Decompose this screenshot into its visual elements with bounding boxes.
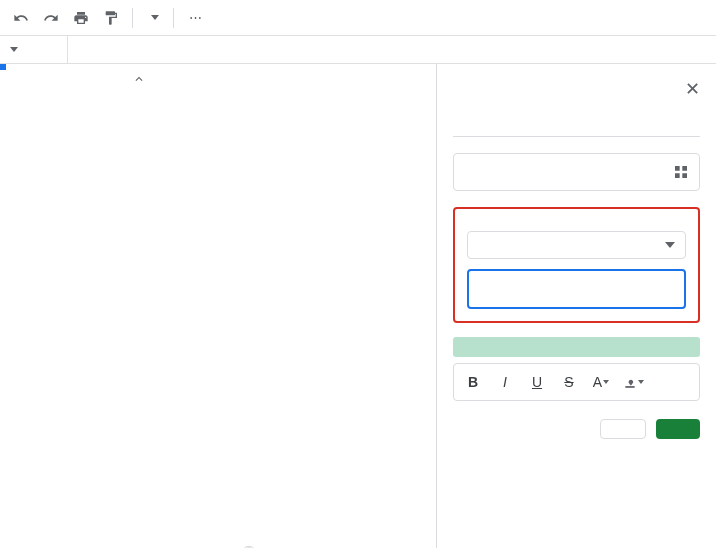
bold-button[interactable]: B bbox=[458, 368, 488, 396]
separator bbox=[173, 8, 174, 28]
more-button[interactable]: ⋯ bbox=[182, 5, 208, 31]
conditional-format-sidebar: ✕ B I U S A bbox=[436, 64, 716, 548]
format-toolbar: B I U S A bbox=[453, 363, 700, 401]
action-buttons bbox=[453, 419, 700, 439]
print-button[interactable] bbox=[68, 5, 94, 31]
chevron-down-icon bbox=[603, 380, 609, 384]
style-preview[interactable] bbox=[453, 337, 700, 357]
sheet-area[interactable] bbox=[0, 64, 436, 548]
grid-icon bbox=[673, 164, 689, 180]
toolbar: ⋯ bbox=[0, 0, 716, 36]
paint-format-button[interactable] bbox=[98, 5, 124, 31]
name-box[interactable] bbox=[0, 36, 68, 63]
chevron-down-icon bbox=[151, 15, 159, 20]
svg-rect-1 bbox=[625, 386, 634, 388]
underline-button[interactable]: U bbox=[522, 368, 552, 396]
redo-button[interactable] bbox=[38, 5, 64, 31]
separator bbox=[132, 8, 133, 28]
chevron-down-icon bbox=[10, 47, 18, 52]
range-input[interactable] bbox=[453, 153, 700, 191]
expand-up-icon[interactable] bbox=[132, 72, 146, 89]
cancel-button[interactable] bbox=[600, 419, 646, 439]
chevron-down-icon bbox=[665, 242, 675, 248]
strikethrough-button[interactable]: S bbox=[554, 368, 584, 396]
selection-handle[interactable] bbox=[0, 64, 6, 70]
formula-input[interactable] bbox=[467, 269, 686, 309]
formula-bar bbox=[0, 36, 716, 64]
undo-button[interactable] bbox=[8, 5, 34, 31]
format-tabs bbox=[453, 118, 700, 137]
zoom-dropdown[interactable] bbox=[141, 15, 165, 20]
watermark bbox=[240, 544, 262, 548]
sidebar-header: ✕ bbox=[453, 78, 700, 100]
condition-dropdown[interactable] bbox=[467, 231, 686, 259]
chevron-down-icon bbox=[638, 380, 644, 384]
italic-button[interactable]: I bbox=[490, 368, 520, 396]
text-color-button[interactable]: A bbox=[586, 368, 616, 396]
close-icon[interactable]: ✕ bbox=[685, 78, 700, 100]
fill-color-button[interactable] bbox=[618, 368, 648, 396]
main-area: ✕ B I U S A bbox=[0, 64, 716, 548]
done-button[interactable] bbox=[656, 419, 700, 439]
format-rules-section bbox=[453, 207, 700, 323]
